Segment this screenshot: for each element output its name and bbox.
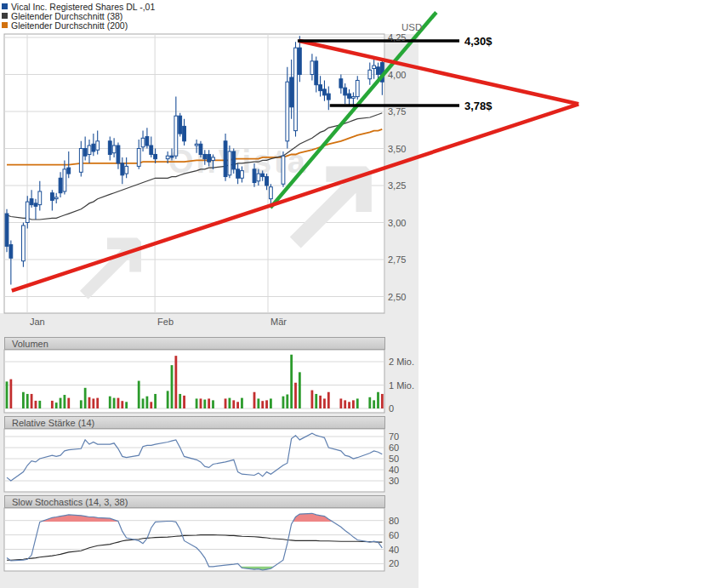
svg-text:4,30$: 4,30$ — [464, 35, 492, 48]
svg-text:3,50: 3,50 — [388, 144, 406, 154]
chart-canvas: ↗OnVista↗4,30$3,78$USD4,254,003,753,503,… — [0, 0, 723, 588]
svg-text:2,50: 2,50 — [388, 292, 406, 302]
svg-text:20: 20 — [389, 558, 399, 568]
svg-text:3,75: 3,75 — [388, 106, 406, 117]
svg-text:2 Mio.: 2 Mio. — [389, 357, 414, 367]
svg-text:USD: USD — [401, 22, 422, 32]
svg-text:60: 60 — [389, 442, 399, 453]
svg-text:Mär: Mär — [270, 317, 287, 327]
svg-text:Feb: Feb — [157, 317, 174, 327]
svg-text:3,78$: 3,78$ — [464, 100, 492, 112]
stock-chart-page: Vical Inc. Registered Shares DL -,01 Gle… — [0, 0, 723, 588]
svg-text:70: 70 — [389, 431, 399, 442]
stochastics-panel: 80604020 — [4, 508, 399, 571]
svg-text:↗: ↗ — [68, 207, 154, 321]
svg-text:60: 60 — [389, 530, 399, 540]
svg-text:Jan: Jan — [30, 317, 45, 327]
svg-text:4,25: 4,25 — [388, 32, 406, 43]
svg-text:↗: ↗ — [274, 125, 388, 277]
svg-text:0: 0 — [389, 403, 394, 414]
svg-text:80: 80 — [389, 516, 399, 526]
svg-text:4,00: 4,00 — [388, 70, 406, 80]
svg-text:50: 50 — [389, 454, 399, 464]
svg-text:40: 40 — [389, 545, 399, 555]
svg-text:1 Mio.: 1 Mio. — [389, 380, 414, 391]
rsi-panel: 7060504030 — [4, 429, 399, 492]
svg-text:2,75: 2,75 — [388, 254, 406, 265]
svg-text:3,00: 3,00 — [388, 218, 406, 228]
svg-text:3,25: 3,25 — [388, 180, 406, 191]
svg-text:30: 30 — [389, 476, 399, 486]
svg-text:40: 40 — [389, 465, 399, 475]
